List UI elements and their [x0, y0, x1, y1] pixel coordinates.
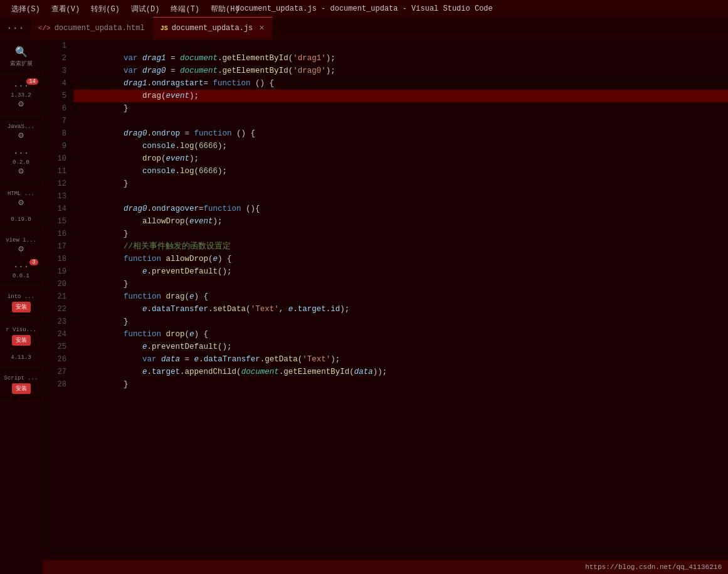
dot21b: . — [208, 305, 213, 314]
dot8: . — [176, 142, 181, 151]
menu-goto[interactable]: 转到(G) — [86, 3, 125, 16]
ln-22: 22 — [48, 303, 66, 316]
drag0-7: drag0 — [124, 129, 147, 138]
sidebar-item-search[interactable]: 🔍 索索扩展 — [0, 42, 42, 72]
tab-close-button[interactable]: × — [259, 23, 264, 33]
sidebar-item-ext5[interactable]: 4.11.3 — [0, 349, 42, 364]
end4: ); — [189, 92, 199, 100]
ext1-label: 1.33.2 — [11, 92, 31, 98]
gear-icon-1[interactable]: ⚙ — [18, 98, 23, 109]
dot3: . — [147, 79, 152, 88]
code-line-20: function drag(e) { — [74, 278, 728, 290]
indent-24 — [124, 343, 142, 351]
sidebar-section-script: Script ... 安装 — [0, 368, 42, 401]
status-url: https://blog.csdn.net/qq_41136216 — [585, 563, 722, 571]
str-text-21: 'Text' — [251, 305, 279, 314]
target-21: target — [298, 305, 326, 314]
brace-15: } — [124, 230, 129, 238]
var-data-25: data — [161, 355, 180, 364]
e-25: e — [194, 355, 199, 364]
gear-icon-5[interactable]: ⚙ — [18, 243, 23, 254]
sidebar-item-script[interactable]: Script ... 安装 — [0, 370, 42, 398]
code-line-1: var drag1 = document.getElementById('dra… — [74, 40, 728, 52]
ln-25: 25 — [48, 341, 66, 353]
menu-select[interactable]: 选择(S) — [6, 3, 45, 16]
menu-terminal[interactable]: 终端(T) — [166, 3, 204, 16]
code-lines: var drag1 = document.getElementById('dra… — [74, 40, 728, 560]
sidebar-item-visu[interactable]: r Visu... 安装 — [0, 322, 42, 349]
op1: = — [166, 54, 181, 63]
ln-19: 19 — [48, 265, 66, 278]
dot18: . — [147, 267, 152, 276]
main-area: 🔍 索索扩展 14 ··· 1.33.2 ⚙ JavaS... ⚙ ··· 0.… — [0, 40, 728, 574]
paren4: ( — [161, 92, 166, 100]
kw-function-13: function — [204, 205, 241, 213]
end23: ) { — [194, 330, 209, 339]
sidebar-item-into[interactable]: into ... 安装 — [0, 289, 42, 316]
menu-bar[interactable]: 选择(S) 查看(V) 转到(G) 调试(D) 终端(T) 帮助(H) — [6, 3, 245, 16]
params23: ( — [185, 330, 190, 339]
end17: ) { — [218, 255, 232, 263]
end25: ); — [330, 355, 340, 364]
code-line-23: function drop(e) { — [74, 316, 728, 328]
end8: ); — [218, 142, 227, 151]
install-btn-into[interactable]: 安装 — [12, 302, 31, 312]
fn-allowdrop-14: allowDrop — [142, 217, 185, 226]
status-bar: https://blog.csdn.net/qq_41136216 — [43, 560, 728, 574]
setdata-21: setData — [213, 305, 246, 314]
datatransfer-25: dataTransfer — [204, 355, 260, 364]
dot26: . — [147, 368, 152, 376]
menu-debug[interactable]: 调试(D) — [126, 3, 165, 16]
gear-icon-2[interactable]: ⚙ — [18, 130, 23, 141]
gear-icon-3[interactable]: ⚙ — [18, 166, 23, 176]
indent-4 — [124, 92, 142, 100]
sidebar-item-view[interactable]: view i... ⚙ — [0, 232, 42, 258]
ln-23: 23 — [48, 316, 66, 328]
getdata-25: getData — [265, 355, 298, 364]
obj-doc1: document — [180, 54, 218, 63]
kw-function-17: function — [124, 255, 161, 263]
code-line-7: drag0.ondrop = function () { — [74, 115, 728, 127]
preventdefault-24: preventDefault — [152, 343, 218, 351]
log-8: log — [180, 142, 194, 151]
menu-view[interactable]: 查看(V) — [46, 3, 85, 16]
sidebar-item-ext1[interactable]: 14 ··· 1.33.2 ⚙ — [0, 77, 42, 113]
ln-12: 12 — [48, 178, 66, 190]
dot13: . — [147, 205, 152, 213]
tab-overflow[interactable]: ··· — [0, 17, 31, 39]
code-line-13: drag0.ondragover=function (){ — [74, 190, 728, 203]
param-e-24: e — [142, 343, 147, 351]
tab-html[interactable]: </> document_updata.html — [31, 17, 153, 39]
sidebar-item-ext3[interactable]: 0.19.0 — [0, 211, 42, 226]
install-btn-visu[interactable]: 安装 — [12, 335, 31, 346]
paren26: ( — [236, 368, 241, 376]
str-drag1: 'drag1' — [293, 54, 326, 63]
num-6666-2: 6666 — [199, 167, 218, 176]
sidebar-section-search: 🔍 索索扩展 — [0, 40, 42, 75]
install-btn-script[interactable]: 安装 — [12, 383, 31, 394]
sidebar-section-view: view i... ⚙ 3 ··· 0.0.1 — [0, 230, 42, 286]
str-drag0: 'drag0' — [293, 66, 326, 75]
sidebar-item-ext2[interactable]: ··· 0.2.0 ⚙ — [0, 144, 42, 180]
paren10: ( — [194, 167, 199, 176]
space20 — [161, 292, 166, 301]
end26: )); — [373, 368, 388, 376]
sidebar-item-html[interactable]: HTML ... ⚙ — [0, 186, 42, 211]
ln-4: 4 — [48, 77, 66, 90]
code-container[interactable]: 1 2 3 4 5 6 7 8 9 10 11 12 13 14 15 16 1… — [43, 40, 728, 560]
brace-19: } — [124, 280, 129, 289]
op2: = — [166, 66, 181, 75]
ondragstart: ondragstart — [152, 79, 204, 88]
sidebar-item-js[interactable]: JavaS... ⚙ — [0, 119, 42, 144]
sidebar-item-ext4[interactable]: 3 ··· 0.0.1 — [0, 258, 42, 283]
ln-24: 24 — [48, 328, 66, 341]
kw-var-1: var — [124, 54, 138, 63]
drag0-13: drag0 — [124, 205, 147, 213]
target-26: target — [152, 368, 180, 376]
ln-27: 27 — [48, 366, 66, 378]
tab-js[interactable]: JS document_updata.js × — [153, 17, 273, 39]
gear-icon-4[interactable]: ⚙ — [18, 197, 23, 208]
params20: ( — [185, 292, 190, 301]
end21: ); — [340, 305, 349, 314]
paren14: ( — [185, 217, 190, 226]
